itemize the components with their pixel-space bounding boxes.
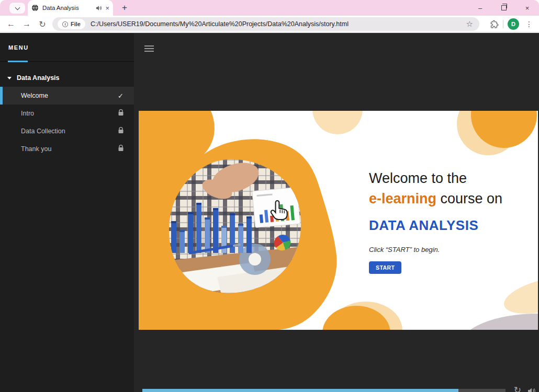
tab-strip: Data Analysis × + – ×	[0, 0, 539, 16]
extensions-icon[interactable]	[490, 20, 499, 29]
sidebar-item-label: Thank you	[21, 145, 51, 153]
forward-button[interactable]: →	[20, 17, 33, 31]
course-menu-sidebar: MENU Data Analysis Welcome ✓ Intro Data …	[0, 33, 134, 392]
back-button[interactable]: ←	[4, 17, 18, 31]
profile-avatar[interactable]: D	[508, 18, 519, 30]
start-button[interactable]: START	[369, 261, 401, 274]
menu-accent-underline	[8, 61, 28, 62]
minimize-button[interactable]: –	[468, 0, 492, 16]
seek-bar[interactable]	[142, 389, 506, 392]
audio-playing-icon[interactable]	[96, 5, 102, 11]
browser-menu-icon[interactable]: ⋮	[523, 20, 535, 28]
heading-line1: Welcome to the	[369, 170, 467, 186]
sidebar-item-intro[interactable]: Intro	[0, 105, 134, 122]
heading-highlight: e-learning	[369, 191, 436, 206]
tab-close-icon[interactable]: ×	[105, 5, 109, 11]
restore-icon	[501, 5, 507, 10]
close-button[interactable]: ×	[515, 0, 539, 16]
reload-button[interactable]: ↻	[36, 17, 49, 31]
restore-button[interactable]	[492, 0, 515, 16]
sidebar-item-label: Intro	[21, 110, 34, 117]
start-instruction: Click “START” to begin.	[369, 246, 537, 253]
section-label: Data Analysis	[17, 74, 60, 82]
sidebar-item-welcome[interactable]: Welcome ✓	[0, 87, 134, 105]
toolbar-right: D ⋮	[490, 16, 535, 32]
menu-title: MENU	[8, 44, 29, 51]
slide-heading: Welcome to the e-learning course on	[369, 168, 537, 209]
browser-window: Data Analysis × + – × ← → ↻ i File C:/Us…	[0, 0, 539, 392]
window-controls: – ×	[468, 0, 539, 16]
peach-blob-bottom-right	[500, 270, 538, 321]
collapse-caret-icon	[7, 77, 12, 79]
address-bar[interactable]: i File C:/Users/USER19/Documents/My%20Ar…	[52, 17, 479, 31]
sidebar-item-thank-you[interactable]: Thank you	[0, 140, 134, 158]
seek-bar-fill	[142, 389, 458, 392]
replay-icon[interactable]: ↻	[514, 385, 521, 392]
globe-icon	[31, 4, 39, 11]
file-chip-label: File	[71, 21, 81, 27]
hamburger-menu-icon[interactable]	[144, 45, 154, 53]
browser-tab[interactable]: Data Analysis ×	[28, 0, 113, 16]
page-content: MENU Data Analysis Welcome ✓ Intro Data …	[0, 33, 539, 392]
lock-icon	[118, 109, 123, 118]
sidebar-item-label: Welcome	[21, 92, 48, 99]
gray-blob-corner	[460, 314, 538, 330]
url-text[interactable]: C:/Users/USER19/Documents/My%20Articulat…	[91, 20, 465, 28]
course-slide: Welcome to the e-learning course on DATA…	[139, 111, 538, 330]
player-stage: Welcome to the e-learning course on DATA…	[134, 33, 539, 392]
volume-icon[interactable]	[527, 387, 536, 392]
file-scheme-chip[interactable]: i File	[58, 19, 85, 29]
lock-icon	[118, 145, 123, 153]
peach-blob-top	[312, 111, 363, 134]
sidebar-item-data-collection[interactable]: Data Collection	[0, 122, 134, 140]
heading-suffix: course on	[436, 191, 502, 206]
new-tab-button[interactable]: +	[118, 2, 131, 14]
sidebar-item-label: Data Collection	[21, 128, 65, 135]
bookmark-star-icon[interactable]: ☆	[465, 19, 474, 29]
slide-text-block: Welcome to the e-learning course on DATA…	[369, 168, 537, 274]
toolbar-separator	[503, 20, 503, 28]
tab-search-button[interactable]	[9, 3, 25, 14]
completed-check-icon: ✓	[118, 92, 123, 100]
lock-icon	[118, 127, 123, 135]
menu-header: MENU	[0, 33, 134, 62]
chevron-down-icon	[15, 5, 20, 10]
course-subject-title: DATA ANALYSIS	[369, 217, 537, 234]
info-icon: i	[62, 21, 68, 27]
browser-toolbar: ← → ↻ i File C:/Users/USER19/Documents/M…	[0, 16, 539, 32]
tab-title: Data Analysis	[42, 5, 96, 11]
sidebar-section-data-analysis[interactable]: Data Analysis	[0, 69, 134, 87]
